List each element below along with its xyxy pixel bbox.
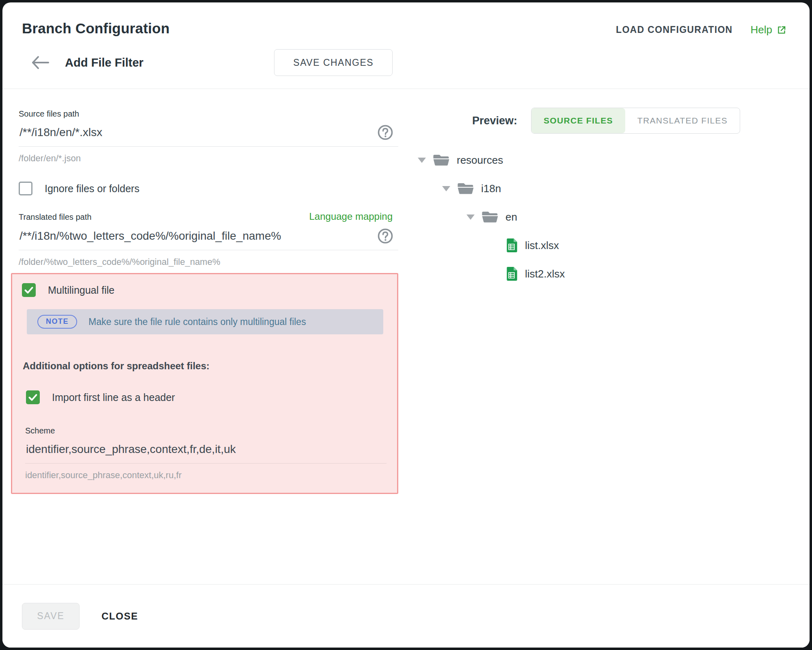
preview-mode-toggle: SOURCE FILES TRANSLATED FILES xyxy=(531,108,740,134)
toolbar-title: Add File Filter xyxy=(65,56,143,69)
tree-item-resources[interactable]: resources xyxy=(418,146,810,174)
preview-label: Preview: xyxy=(472,115,517,127)
external-link-icon xyxy=(776,25,787,35)
note-badge: NOTE xyxy=(37,315,77,329)
tree-item-label: i18n xyxy=(481,182,501,195)
dialog-header: Branch Configuration LOAD CONFIGURATION … xyxy=(2,2,810,37)
translated-files-label-row: Translated files path Language mapping xyxy=(19,211,398,222)
expand-arrow-icon[interactable] xyxy=(466,214,475,220)
close-button[interactable]: CLOSE xyxy=(102,611,138,622)
folder-icon xyxy=(482,210,499,224)
tab-translated-files[interactable]: TRANSLATED FILES xyxy=(625,108,740,133)
scheme-input[interactable] xyxy=(26,443,361,456)
file-filter-form: Source files path /folder/en/*.json Igno… xyxy=(2,89,398,494)
expand-arrow-icon[interactable] xyxy=(442,186,450,191)
preview-panel: Preview: SOURCE FILES TRANSLATED FILES r… xyxy=(398,89,810,288)
tab-source-files[interactable]: SOURCE FILES xyxy=(531,108,625,133)
dialog-footer: SAVE CLOSE xyxy=(2,584,810,648)
question-circle-icon[interactable] xyxy=(377,124,393,141)
save-button[interactable]: SAVE xyxy=(22,603,80,630)
header-actions: LOAD CONFIGURATION Help xyxy=(616,24,787,36)
multilingual-file-label: Multilingual file xyxy=(48,284,114,296)
tree-item-label: list2.xlsx xyxy=(525,268,565,280)
spreadsheet-options-heading: Additional options for spreadsheet files… xyxy=(23,360,387,372)
translated-files-path-input[interactable] xyxy=(19,230,372,243)
ignore-files-label: Ignore files or folders xyxy=(45,183,139,195)
save-changes-button[interactable]: SAVE CHANGES xyxy=(274,49,393,76)
arrow-left-icon xyxy=(31,65,50,71)
tree-item-label: list.xlsx xyxy=(525,239,559,252)
folder-icon xyxy=(457,182,474,195)
ignore-files-option[interactable]: Ignore files or folders xyxy=(19,182,398,195)
expand-arrow-icon[interactable] xyxy=(418,158,426,163)
source-files-path-row xyxy=(19,121,398,147)
scheme-hint: identifier,source_phrase,context,uk,ru,f… xyxy=(25,470,387,481)
source-files-path-label: Source files path xyxy=(19,109,398,119)
question-circle-icon[interactable] xyxy=(377,228,393,244)
ignore-files-checkbox[interactable] xyxy=(19,182,32,195)
import-first-line-label: Import first line as a header xyxy=(52,392,175,403)
scheme-row xyxy=(25,438,387,464)
source-files-path-input[interactable] xyxy=(19,126,372,139)
branch-configuration-dialog: Branch Configuration LOAD CONFIGURATION … xyxy=(2,2,810,648)
dialog-content: Source files path /folder/en/*.json Igno… xyxy=(2,89,810,494)
import-first-line-option[interactable]: Import first line as a header xyxy=(26,390,387,404)
source-files-path-hint: /folder/en/*.json xyxy=(19,153,398,164)
back-button[interactable] xyxy=(31,55,50,70)
load-configuration-button[interactable]: LOAD CONFIGURATION xyxy=(616,24,732,35)
spreadsheet-file-icon xyxy=(506,238,518,253)
help-link[interactable]: Help xyxy=(751,24,787,36)
tree-item-list.xlsx[interactable]: list.xlsx xyxy=(418,231,810,260)
translated-files-path-label: Translated files path xyxy=(19,212,91,222)
help-link-label: Help xyxy=(751,24,772,36)
tree-item-list2.xlsx[interactable]: list2.xlsx xyxy=(418,260,810,288)
folder-icon xyxy=(433,153,450,167)
translated-files-path-row xyxy=(19,225,398,250)
preview-header: Preview: SOURCE FILES TRANSLATED FILES xyxy=(472,108,810,134)
tree-item-i18n[interactable]: i18n xyxy=(418,174,810,203)
tree-item-en[interactable]: en xyxy=(418,203,810,231)
multilingual-file-option[interactable]: Multilingual file xyxy=(22,283,387,297)
note-banner: NOTE Make sure the file rule contains on… xyxy=(27,309,383,334)
multilingual-highlight-section: Multilingual file NOTE Make sure the fil… xyxy=(11,273,398,494)
note-text: Make sure the file rule contains only mu… xyxy=(89,316,306,327)
import-first-line-checkbox[interactable] xyxy=(26,390,40,404)
filter-toolbar: Add File Filter SAVE CHANGES xyxy=(31,49,810,76)
tree-item-label: en xyxy=(505,211,517,223)
page-title: Branch Configuration xyxy=(22,20,170,37)
language-mapping-link[interactable]: Language mapping xyxy=(309,211,393,222)
file-tree: resourcesi18nenlist.xlsxlist2.xlsx xyxy=(418,146,810,288)
spreadsheet-file-icon xyxy=(506,266,518,281)
tree-item-label: resources xyxy=(457,154,503,167)
multilingual-file-checkbox[interactable] xyxy=(22,283,36,297)
translated-files-path-hint: /folder/%two_letters_code%/%original_fil… xyxy=(19,257,398,267)
scheme-label: Scheme xyxy=(25,426,387,436)
